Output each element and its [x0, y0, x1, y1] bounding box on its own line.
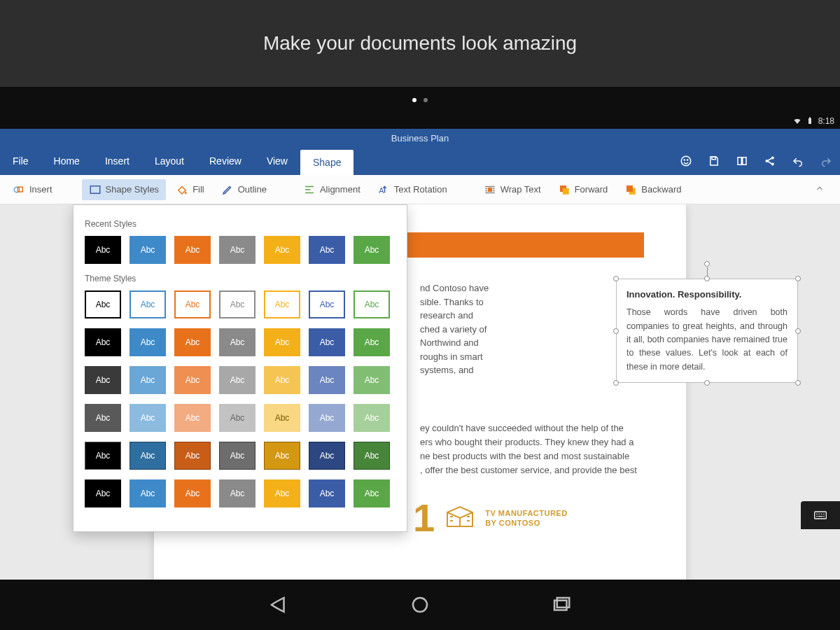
style-swatch[interactable]: Abc	[174, 290, 211, 318]
style-swatch[interactable]: Abc	[130, 236, 166, 264]
style-swatch[interactable]: Abc	[354, 442, 390, 470]
style-swatch[interactable]: Abc	[130, 404, 166, 432]
style-swatch[interactable]: Abc	[174, 404, 211, 432]
text-rotation-icon: A	[377, 183, 390, 196]
style-swatch[interactable]: Abc	[309, 442, 345, 470]
style-swatch[interactable]: Abc	[85, 236, 121, 264]
style-swatch[interactable]: Abc	[309, 328, 345, 356]
resize-handle[interactable]	[613, 380, 619, 386]
style-swatch[interactable]: Abc	[309, 479, 345, 507]
style-swatch[interactable]: Abc	[354, 366, 390, 394]
redo-button[interactable]	[812, 147, 840, 175]
tool-shape-styles[interactable]: Shape Styles	[82, 179, 167, 200]
style-swatch[interactable]: Abc	[264, 236, 300, 264]
promo-banner: Make your documents look amazing	[0, 0, 840, 87]
tool-alignment[interactable]: Alignment	[296, 179, 368, 200]
style-swatch[interactable]: Abc	[130, 479, 166, 507]
style-swatch[interactable]: Abc	[354, 479, 390, 507]
selected-textbox[interactable]: Innovation. Responsibility. Those words …	[616, 279, 798, 383]
style-swatch[interactable]: Abc	[264, 366, 300, 394]
nav-back-button[interactable]	[264, 590, 293, 620]
style-swatch[interactable]: Abc	[219, 328, 255, 356]
style-swatch[interactable]: Abc	[219, 404, 255, 432]
emoji-button[interactable]	[672, 147, 700, 175]
tool-text-rotation-label: Text Rotation	[394, 184, 447, 195]
style-swatch[interactable]: Abc	[219, 290, 255, 318]
style-swatch[interactable]: Abc	[264, 442, 300, 470]
style-swatch[interactable]: Abc	[130, 442, 166, 470]
tool-text-rotation[interactable]: A Text Rotation	[370, 179, 454, 200]
undo-button[interactable]	[784, 147, 812, 175]
style-swatch[interactable]: Abc	[219, 366, 255, 394]
tab-home[interactable]: Home	[41, 147, 92, 175]
tool-bring-forward[interactable]: Forward	[551, 179, 615, 200]
style-swatch[interactable]: Abc	[354, 328, 390, 356]
style-swatch[interactable]: Abc	[174, 328, 211, 356]
tab-shape[interactable]: Shape	[300, 150, 354, 175]
style-swatch[interactable]: Abc	[130, 366, 166, 394]
tool-wrap-text-label: Wrap Text	[500, 184, 541, 195]
style-swatch[interactable]: Abc	[85, 290, 121, 318]
reading-view-button[interactable]	[728, 147, 756, 175]
style-swatch[interactable]: Abc	[354, 236, 390, 264]
recent-styles-heading: Recent Styles	[85, 219, 396, 229]
tool-fill[interactable]: Fill	[169, 179, 211, 200]
keyboard-fab[interactable]	[801, 501, 840, 529]
style-swatch[interactable]: Abc	[309, 290, 345, 318]
style-swatch[interactable]: Abc	[85, 404, 121, 432]
rotation-handle-icon[interactable]	[704, 261, 710, 267]
tab-view[interactable]: View	[254, 147, 300, 175]
theme-styles-row: AbcAbcAbcAbcAbcAbcAbc	[85, 442, 396, 470]
svg-rect-19	[815, 512, 827, 519]
style-swatch[interactable]: Abc	[264, 404, 300, 432]
style-swatch[interactable]: Abc	[354, 404, 390, 432]
style-swatch[interactable]: Abc	[85, 479, 121, 507]
style-swatch[interactable]: Abc	[309, 236, 345, 264]
style-swatch[interactable]: Abc	[130, 328, 166, 356]
paint-bucket-icon	[176, 183, 188, 196]
style-swatch[interactable]: Abc	[174, 442, 211, 470]
style-swatch[interactable]: Abc	[219, 236, 255, 264]
style-swatch[interactable]: Abc	[174, 366, 211, 394]
style-swatch[interactable]: Abc	[85, 442, 121, 470]
style-swatch[interactable]: Abc	[85, 328, 121, 356]
resize-handle[interactable]	[704, 276, 710, 281]
share-button[interactable]	[756, 147, 784, 175]
style-swatch[interactable]: Abc	[264, 479, 300, 507]
tab-insert[interactable]: Insert	[92, 147, 142, 175]
style-swatch[interactable]: Abc	[174, 236, 211, 264]
tab-review[interactable]: Review	[197, 147, 254, 175]
style-swatch[interactable]: Abc	[264, 290, 300, 318]
decoration-10: 1 TV MANUFACTURED BY CONTOSO	[413, 498, 568, 538]
shape-styles-dropdown[interactable]: Recent Styles AbcAbcAbcAbcAbcAbcAbc Them…	[73, 204, 407, 532]
resize-handle[interactable]	[795, 328, 801, 334]
nav-home-button[interactable]	[405, 590, 435, 620]
collapse-ribbon-button[interactable]	[805, 183, 834, 195]
style-swatch[interactable]: Abc	[85, 366, 121, 394]
resize-handle[interactable]	[613, 328, 619, 334]
tab-file[interactable]: File	[0, 147, 41, 175]
style-swatch[interactable]: Abc	[219, 479, 255, 507]
nav-recents-button[interactable]	[547, 590, 576, 620]
style-swatch[interactable]: Abc	[309, 366, 345, 394]
style-swatch[interactable]: Abc	[174, 479, 211, 507]
send-backward-icon	[624, 183, 637, 196]
style-swatch[interactable]: Abc	[354, 290, 390, 318]
tool-wrap-text[interactable]: Wrap Text	[477, 179, 548, 200]
style-swatch[interactable]: Abc	[309, 404, 345, 432]
tab-layout[interactable]: Layout	[142, 147, 197, 175]
pager-dot	[424, 98, 428, 102]
resize-handle[interactable]	[613, 276, 619, 281]
style-swatch[interactable]: Abc	[130, 290, 166, 318]
tool-send-backward[interactable]: Backward	[617, 179, 688, 200]
app-title-bar: Business Plan	[0, 129, 840, 147]
resize-handle[interactable]	[795, 380, 801, 386]
resize-handle[interactable]	[795, 276, 801, 281]
style-swatch[interactable]: Abc	[264, 328, 300, 356]
tool-outline[interactable]: Outline	[214, 179, 274, 200]
style-swatch[interactable]: Abc	[219, 442, 255, 470]
tool-insert-shape[interactable]: Insert	[6, 179, 59, 200]
document-canvas[interactable]: nd Contoso have sible. Thanks to researc…	[0, 204, 840, 580]
resize-handle[interactable]	[704, 380, 710, 386]
save-button[interactable]	[700, 147, 728, 175]
